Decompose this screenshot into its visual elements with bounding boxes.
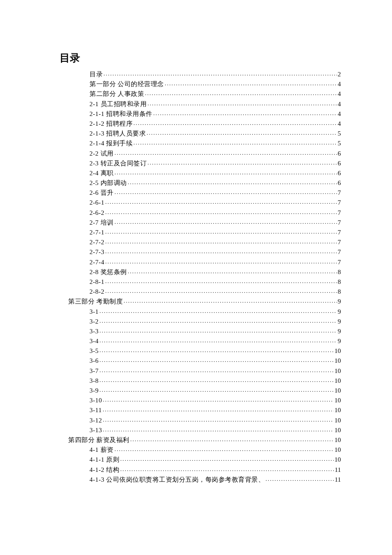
document-page: 目录 目录2第一部分 公司的经营理念4第二部分 人事政策42-1 员工招聘和录用…	[0, 0, 392, 528]
toc-leader-dots	[147, 100, 337, 106]
toc-entry[interactable]: 3-49	[89, 337, 341, 344]
toc-entry[interactable]: 2-2 试用6	[89, 149, 341, 157]
toc-entry[interactable]: 4-1-2 结构11	[89, 465, 341, 473]
toc-leader-dots	[153, 110, 337, 116]
toc-leader-dots	[103, 416, 334, 422]
toc-entry[interactable]: 3-710	[89, 367, 341, 374]
toc-page-number: 6	[338, 150, 341, 157]
toc-label: 2-7-1	[89, 229, 104, 236]
toc-entry[interactable]: 3-29	[89, 317, 341, 325]
toc-entry[interactable]: 第二部分 人事政策4	[89, 90, 341, 97]
toc-page-number: 8	[338, 269, 341, 275]
toc-label: 2-8-2	[89, 289, 104, 295]
toc-leader-dots	[103, 406, 334, 412]
toc-label: 第三部分 考勤制度	[68, 298, 123, 305]
toc-entry[interactable]: 3-810	[89, 376, 341, 384]
toc-entry[interactable]: 2-7 培训7	[89, 218, 341, 226]
toc-entry[interactable]: 3-510	[89, 347, 341, 354]
toc-leader-dots	[115, 169, 337, 175]
toc-leader-dots	[115, 188, 337, 195]
toc-label: 3-7	[89, 368, 99, 374]
toc-entry[interactable]: 2-8 奖惩条例8	[89, 268, 341, 275]
toc-page-number: 7	[338, 249, 341, 255]
toc-entry[interactable]: 3-1210	[89, 416, 341, 424]
toc-label: 2-5 内部调动	[89, 180, 127, 186]
toc-leader-dots	[120, 465, 334, 472]
toc-entry[interactable]: 3-610	[89, 356, 341, 364]
toc-entry[interactable]: 2-7-17	[89, 228, 341, 236]
toc-label: 3-6	[89, 358, 99, 364]
toc-label: 第一部分 公司的经营理念	[89, 81, 164, 87]
toc-entry[interactable]: 2-5 内部调动6	[89, 179, 341, 186]
toc-page-number: 10	[334, 417, 341, 424]
toc-page-number: 10	[334, 457, 341, 463]
toc-leader-dots	[100, 337, 337, 343]
toc-page-number: 7	[338, 220, 341, 226]
toc-entry[interactable]: 3-1310	[89, 426, 341, 434]
toc-page-number: 10	[334, 378, 341, 384]
toc-leader-dots	[105, 278, 337, 284]
toc-label: 2-6-2	[89, 210, 104, 216]
toc-entry[interactable]: 3-19	[89, 307, 341, 315]
toc-page-number: 9	[338, 328, 341, 335]
toc-entry[interactable]: 2-6-27	[89, 208, 341, 216]
toc-label: 2-7-2	[89, 239, 104, 246]
toc-entry[interactable]: 2-8-28	[89, 287, 341, 295]
toc-page-number: 11	[335, 467, 341, 473]
toc-page-number: 7	[338, 259, 341, 266]
toc-label: 4-1-1 原则	[89, 457, 119, 463]
toc-leader-dots	[100, 356, 334, 363]
toc-page-number: 10	[334, 397, 341, 404]
toc-entry[interactable]: 2-8-18	[89, 278, 341, 285]
toc-entry[interactable]: 第四部分 薪资及福利10	[68, 436, 341, 443]
toc-entry[interactable]: 第一部分 公司的经营理念4	[89, 80, 341, 87]
toc-entry[interactable]: 2-6 晋升7	[89, 188, 341, 196]
toc-entry[interactable]: 2-1-1 招聘和录用条件4	[89, 110, 341, 117]
toc-leader-dots	[103, 426, 334, 432]
toc-entry[interactable]: 2-4 离职6	[89, 169, 341, 176]
toc-entry[interactable]: 2-7-27	[89, 238, 341, 246]
toc-entry[interactable]: 2-1 员工招聘和录用4	[89, 100, 341, 107]
toc-label: 2-8-1	[89, 279, 104, 285]
toc-label: 2-1 员工招聘和录用	[89, 101, 147, 107]
toc-label: 3-8	[89, 378, 99, 384]
toc-leader-dots	[133, 139, 337, 145]
toc-entry[interactable]: 2-7-37	[89, 248, 341, 255]
toc-entry[interactable]: 2-7-47	[89, 258, 341, 266]
toc-page-number: 6	[338, 160, 341, 167]
toc-label: 2-6 晋升	[89, 190, 114, 196]
toc-page-number: 9	[338, 318, 341, 325]
toc-label: 2-7-4	[89, 259, 104, 266]
toc-label: 第二部分 人事政策	[89, 91, 144, 97]
toc-leader-dots	[147, 159, 337, 165]
toc-entry[interactable]: 2-1-2 招聘程序4	[89, 119, 341, 127]
toc-entry[interactable]: 3-1010	[89, 396, 341, 404]
toc-entry[interactable]: 3-910	[89, 386, 341, 394]
toc-leader-dots	[133, 119, 337, 126]
toc-page-number: 6	[338, 170, 341, 176]
toc-page-number: 10	[334, 358, 341, 364]
toc-page-number: 6	[338, 180, 341, 186]
toc-page-number: 10	[334, 427, 341, 434]
table-of-contents: 目录2第一部分 公司的经营理念4第二部分 人事政策42-1 员工招聘和录用42-…	[60, 70, 341, 483]
toc-entry[interactable]: 2-1-3 招聘人员要求5	[89, 129, 341, 137]
toc-leader-dots	[100, 347, 334, 353]
toc-label: 4-1-2 结构	[89, 467, 119, 473]
toc-entry[interactable]: 4-1 薪资10	[89, 445, 341, 453]
toc-page-number: 10	[334, 407, 341, 413]
toc-label: 2-7 培训	[89, 220, 114, 226]
toc-entry[interactable]: 目录2	[89, 70, 341, 78]
toc-entry[interactable]: 4-1-1 原则10	[89, 455, 341, 463]
toc-page-number: 10	[334, 447, 341, 453]
toc-label: 3-13	[89, 427, 102, 434]
toc-entry[interactable]: 3-1110	[89, 406, 341, 413]
toc-entry[interactable]: 2-6-17	[89, 198, 341, 206]
toc-entry[interactable]: 4-1-3 公司依岗位职责将工资划分五岗，每岗参考教育背景、11	[89, 475, 341, 483]
toc-entry[interactable]: 2-3 转正及合同签订6	[89, 159, 341, 167]
toc-label: 3-10	[89, 397, 102, 404]
toc-entry[interactable]: 3-39	[89, 327, 341, 335]
toc-label: 2-4 离职	[89, 170, 114, 176]
toc-entry[interactable]: 2-1-4 报到手续5	[89, 139, 341, 147]
toc-entry[interactable]: 第三部分 考勤制度9	[68, 297, 341, 305]
toc-page-number: 2	[338, 71, 341, 78]
